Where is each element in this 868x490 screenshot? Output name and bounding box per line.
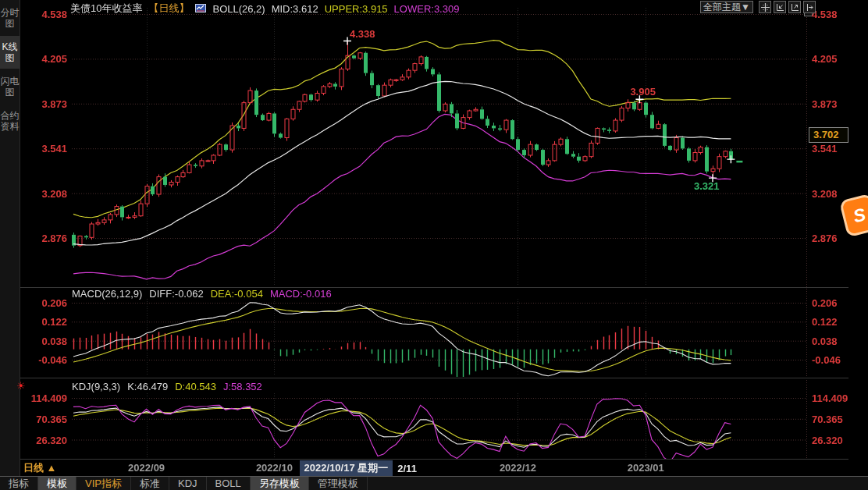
tab-save-template[interactable]: 另存模板 [251,477,309,490]
macd-dea-value: DEA:-0.054 [211,288,263,300]
kdj-header: KDJ(9,3,3) K:46.479 D:40.543 J:58.352 [72,381,262,392]
period-selector[interactable]: 日线 ▲ [23,461,56,475]
boll-label: BOLL(26,2) [212,3,265,15]
last-price-box: 3.702 [809,127,848,143]
template-tab-bar: 指标模板VIP指标标准KDJBOLL另存模板管理模板 [0,476,868,490]
kdj-d-value: D:40.543 [175,381,216,392]
kdj-name: KDJ(9,3,3) [72,381,120,392]
tab-manage-template[interactable]: 管理模板 [309,477,368,490]
sidebar-item-time-chart[interactable]: 分时图 [0,2,20,34]
period-tag: 【日线】 [148,2,189,16]
macd-name: MACD(26,12,9) [72,288,142,300]
tab-indicator[interactable]: 指标 [0,477,38,490]
boll-upper-value: UPPER:3.915 [325,3,388,15]
macd-bar-value: MACD:-0.016 [270,288,332,300]
crosshair-icon[interactable] [759,1,771,13]
boll-lower-value: LOWER:3.309 [394,3,460,15]
pane-separator [20,378,848,378]
macd-header: MACD(26,12,9) DIFF:-0.062 DEA:-0.054 MAC… [72,288,332,300]
signal-sun-icon: ☀ [16,380,26,392]
chart-header: 美债10年收益率 【日线】 BOLL(26,2) MID:3.612 UPPER… [70,2,459,16]
tab-template[interactable]: 模板 [38,477,76,490]
theme-dropdown-button[interactable]: 全部主题▼ [700,1,753,13]
x-axis-row: 日线 ▲ [0,460,868,476]
left-sidebar: 分时图K线图闪电图合约资料 [0,0,20,476]
kdj-k-value: K:46.479 [127,381,168,392]
selected-date-label: 2022/10/17 星期一 [300,460,393,476]
sidebar-item-kline-chart[interactable]: K线图 [0,36,20,69]
kdj-j-value: J:58.352 [223,381,262,392]
sidebar-item-contract-info[interactable]: 合约资料 [0,105,20,137]
tab-kdj[interactable]: KDJ [169,477,207,490]
selected-date-box: 2022/10/17 星期一 2/11 [300,460,417,476]
sidebar-item-flash-chart[interactable]: 闪电图 [0,70,20,103]
tab-boll[interactable]: BOLL [207,477,251,490]
instrument-title: 美债10年收益率 [70,2,142,16]
zoom-out-icon[interactable] [774,1,786,13]
indicator-icon [195,3,206,15]
pan-right-icon[interactable] [803,1,816,13]
macd-diff-value: DIFF:-0.062 [149,288,203,300]
chart-toolbar [759,1,816,13]
kline-chart-canvas[interactable] [0,0,868,490]
trading-app-window: 分时图K线图闪电图合约资料 美债10年收益率 【日线】 BOLL(26,2) M… [0,0,868,490]
tab-standard[interactable]: 标准 [131,477,169,490]
tab-vip-indicator[interactable]: VIP指标 [76,477,131,490]
page-indicator: 2/11 [397,463,417,474]
boll-mid-value: MID:3.612 [272,3,318,15]
zoom-in-icon[interactable] [788,1,801,13]
